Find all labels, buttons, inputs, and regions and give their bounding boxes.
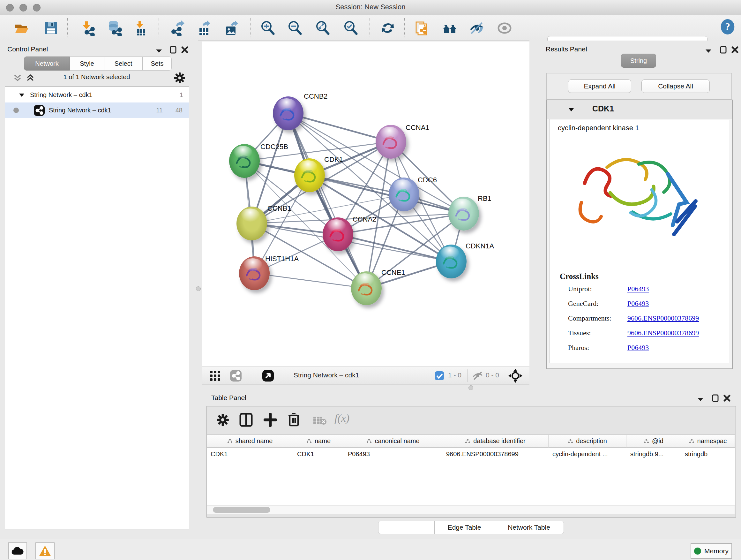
tab-network[interactable]: Network: [24, 57, 70, 71]
node-RB1[interactable]: [448, 197, 479, 231]
node-table[interactable]: shared name name canonical name database…: [207, 435, 735, 505]
column-header--id[interactable]: @id: [626, 435, 681, 448]
cloud-button[interactable]: [8, 543, 27, 559]
column-header-namespac[interactable]: namespac: [681, 435, 735, 448]
crosslink-value[interactable]: 9606.ENSP00000378699: [627, 314, 699, 322]
panel-menu-icon[interactable]: [155, 47, 163, 55]
open-session-icon[interactable]: [14, 20, 30, 36]
node-CDC25B[interactable]: [229, 144, 260, 178]
memory-button[interactable]: Memory: [690, 543, 732, 559]
warning-icon: [39, 545, 51, 556]
column-header-description[interactable]: description: [549, 435, 626, 448]
node-CDKN1A[interactable]: [436, 245, 467, 278]
crosslink-value[interactable]: P06493: [627, 300, 649, 308]
splitter-grip[interactable]: [196, 287, 201, 291]
column-header-database-identifier[interactable]: database identifier: [442, 435, 549, 448]
create-column-icon[interactable]: [264, 413, 277, 427]
scrollbar-thumb[interactable]: [213, 507, 270, 513]
expander-icon[interactable]: [18, 91, 25, 99]
table-cell[interactable]: P06493: [344, 448, 442, 460]
node-CCNB2[interactable]: [273, 97, 304, 130]
table-cell[interactable]: stringdb:9...: [626, 448, 681, 460]
tab-select[interactable]: Select: [104, 57, 143, 71]
crosslink-value[interactable]: 9606.ENSP00000378699: [627, 329, 699, 337]
function-builder-icon[interactable]: f(x): [334, 412, 349, 424]
column-header-shared-name[interactable]: shared name: [207, 435, 293, 448]
selected-checkbox-icon[interactable]: [434, 371, 444, 381]
warnings-button[interactable]: [36, 543, 55, 559]
table-horizontal-scrollbar[interactable]: [207, 506, 735, 514]
show-graphics-icon[interactable]: [496, 20, 513, 36]
zoom-selected-icon[interactable]: [343, 20, 359, 36]
hidden-eye-icon[interactable]: [472, 371, 483, 381]
column-header-canonical-name[interactable]: canonical name: [344, 435, 442, 448]
protein-section-header[interactable]: CDK1: [547, 100, 732, 119]
fit-content-crosshair-icon[interactable]: [508, 368, 523, 383]
grid-view-icon[interactable]: [210, 370, 220, 381]
splitter-grip[interactable]: [468, 385, 473, 390]
network-overview-icon[interactable]: [230, 370, 242, 382]
table-cell[interactable]: cyclin-dependent ...: [549, 448, 626, 460]
panel-menu-icon[interactable]: [696, 395, 704, 403]
birdseye-icon[interactable]: [262, 369, 274, 382]
help-icon[interactable]: ?: [720, 19, 736, 35]
zoom-fit-icon[interactable]: [315, 20, 331, 36]
float-panel-icon[interactable]: [711, 394, 720, 402]
collapse-section-icon[interactable]: [567, 106, 575, 114]
panel-menu-icon[interactable]: [704, 47, 713, 55]
edge-CCNB2-CCNE1[interactable]: [288, 113, 366, 288]
tab-node-table[interactable]: Node Table: [378, 521, 434, 534]
apply-layout-icon[interactable]: [380, 20, 396, 36]
tab-network-table[interactable]: Network Table: [494, 521, 564, 534]
float-panel-icon[interactable]: [169, 46, 178, 54]
delete-column-icon[interactable]: [287, 412, 300, 427]
export-table-icon[interactable]: [196, 20, 212, 36]
node-CDC6[interactable]: [389, 178, 419, 211]
string-home-icon[interactable]: [442, 20, 458, 36]
node-CCNA1[interactable]: [376, 125, 406, 159]
crosslink-value[interactable]: P06493: [627, 344, 649, 352]
import-network-database-icon[interactable]: [106, 20, 122, 36]
import-table-icon[interactable]: [132, 20, 148, 36]
network-collection-row[interactable]: String Network – cdk1 1: [5, 87, 189, 103]
node-CDK1[interactable]: [294, 159, 325, 192]
edge-CCNA2-CDKN1A[interactable]: [338, 234, 451, 261]
table-cell[interactable]: 9606.ENSP00000378699: [442, 448, 549, 460]
node-CCNB1[interactable]: [237, 206, 267, 240]
delete-table-icon[interactable]: [313, 415, 327, 425]
show-columns-icon[interactable]: [239, 413, 253, 427]
export-network-icon[interactable]: [169, 20, 185, 36]
node-gloss: [327, 219, 346, 232]
node-CCNE1[interactable]: [351, 271, 382, 305]
node-gloss: [393, 179, 412, 192]
zoom-out-icon[interactable]: [287, 20, 303, 36]
collapse-all-button[interactable]: Collapse All: [642, 79, 710, 93]
table-cell[interactable]: CDK1: [293, 448, 344, 460]
table-cell[interactable]: CDK1: [207, 448, 293, 460]
edge-HIST1H1A-CCNE1[interactable]: [254, 273, 366, 288]
import-network-file-icon[interactable]: [80, 20, 96, 36]
close-panel-icon[interactable]: [181, 46, 189, 54]
hide-unhide-icon[interactable]: [469, 20, 485, 36]
save-session-icon[interactable]: [43, 20, 59, 36]
table-cell[interactable]: stringdb: [681, 448, 735, 460]
zoom-in-icon[interactable]: [260, 20, 276, 36]
clone-network-icon[interactable]: [414, 20, 430, 36]
close-panel-icon[interactable]: [723, 394, 731, 402]
close-panel-icon[interactable]: [731, 46, 739, 54]
tab-string[interactable]: String: [621, 54, 656, 68]
tab-style[interactable]: Style: [70, 57, 104, 71]
column-header-name[interactable]: name: [293, 435, 344, 448]
network-canvas[interactable]: CCNB2 CCNA1 CDC25B CDK1 CDC6 RB1CCNB1 CC…: [202, 42, 529, 367]
network-row-selected[interactable]: String Network – cdk1 11 48: [5, 103, 189, 118]
tab-edge-table[interactable]: Edge Table: [434, 521, 494, 534]
float-panel-icon[interactable]: [719, 46, 728, 54]
column-type-icon: [689, 438, 694, 444]
export-image-icon[interactable]: [223, 20, 239, 36]
tab-sets[interactable]: Sets: [143, 57, 172, 71]
crosslink-value[interactable]: P06493: [627, 285, 649, 293]
expand-all-button[interactable]: Expand All: [568, 79, 631, 93]
table-options-gear-icon[interactable]: [216, 414, 229, 426]
node-CCNA2[interactable]: [323, 217, 353, 251]
gear-icon[interactable]: [174, 72, 185, 84]
